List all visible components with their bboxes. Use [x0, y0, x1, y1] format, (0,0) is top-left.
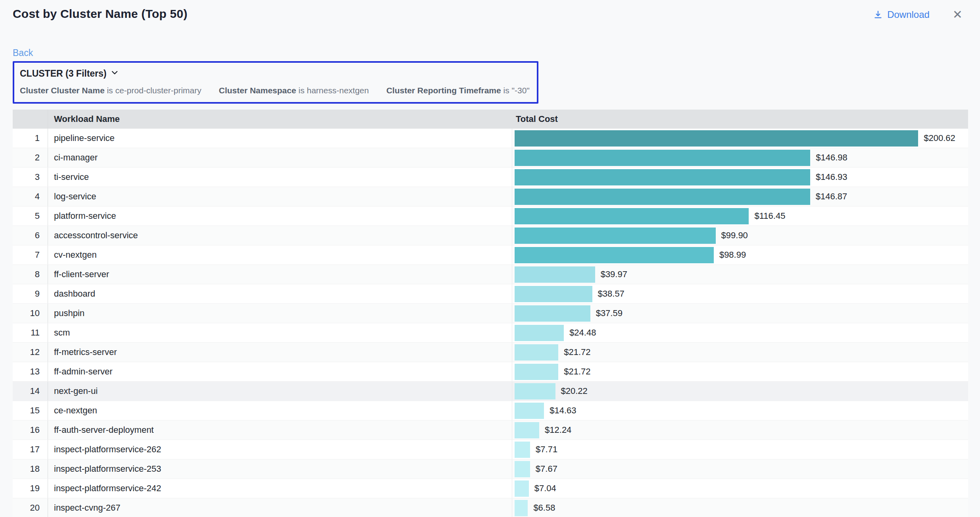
cost-value: $21.72 [564, 367, 590, 377]
row-total-cost-cell: $21.72 [512, 362, 968, 381]
row-workload-name: ti-service [48, 168, 512, 187]
table-row[interactable]: 10 pushpin $37.59 [13, 304, 968, 323]
filter-condition: is "-30" [503, 86, 530, 95]
row-workload-name: pushpin [48, 304, 512, 323]
filter-chip[interactable]: Cluster Namespace is harness-nextgen [219, 85, 369, 96]
row-workload-name: ci-manager [48, 148, 512, 167]
cost-bar [515, 383, 555, 399]
table-row[interactable]: 13 ff-admin-server $21.72 [13, 362, 968, 382]
filter-summary-label: CLUSTER (3 Filters) [20, 68, 107, 79]
cost-value: $20.22 [561, 386, 588, 396]
table-row[interactable]: 17 inspect-platformservice-262 $7.71 [13, 440, 968, 459]
table-row[interactable]: 3 ti-service $146.93 [13, 168, 968, 187]
table-row[interactable]: 15 ce-nextgen $14.63 [13, 401, 968, 421]
cost-value: $200.62 [924, 133, 955, 143]
cost-value: $116.45 [754, 211, 785, 221]
cost-table: Workload Name Total Cost 1 pipeline-serv… [13, 110, 968, 517]
row-total-cost-cell: $6.58 [512, 498, 968, 517]
row-total-cost-cell: $200.62 [512, 129, 968, 148]
row-workload-name: next-gen-ui [48, 382, 512, 401]
cost-bar [515, 461, 530, 477]
row-rank: 19 [13, 479, 48, 498]
cost-bar [515, 325, 564, 341]
cost-bar [515, 130, 918, 147]
cost-bar [515, 169, 810, 185]
cost-value: $12.24 [545, 425, 571, 435]
table-row[interactable]: 7 cv-nextgen $98.99 [13, 245, 968, 265]
table-row[interactable]: 19 inspect-platformservice-242 $7.04 [13, 479, 968, 498]
row-rank: 11 [13, 323, 48, 342]
cost-bar [515, 266, 595, 283]
row-rank: 5 [13, 206, 48, 226]
cost-bar [515, 305, 590, 322]
table-row[interactable]: 18 inspect-platformservice-253 $7.67 [13, 459, 968, 479]
row-workload-name: accesscontrol-service [48, 226, 512, 245]
row-rank: 20 [13, 498, 48, 517]
row-rank: 7 [13, 245, 48, 264]
header-actions: Download ✕ [873, 7, 968, 21]
row-workload-name: cv-nextgen [48, 245, 512, 264]
filter-summary-toggle[interactable]: CLUSTER (3 Filters) [20, 68, 530, 79]
row-rank: 17 [13, 440, 48, 459]
row-rank: 16 [13, 421, 48, 440]
row-rank: 18 [13, 459, 48, 478]
row-workload-name: inspect-platformservice-262 [48, 440, 512, 459]
cost-bar [515, 247, 714, 263]
cost-value: $24.48 [569, 328, 596, 338]
row-total-cost-cell: $7.04 [512, 479, 968, 498]
row-rank: 6 [13, 226, 48, 245]
cost-by-cluster-modal: Cost by Cluster Name (Top 50) Download ✕… [0, 0, 980, 517]
table-row[interactable]: 4 log-service $146.87 [13, 187, 968, 206]
filter-chip[interactable]: Cluster Cluster Name is ce-prod-cluster-… [20, 85, 201, 96]
table-row[interactable]: 16 ff-auth-server-deployment $12.24 [13, 421, 968, 440]
table-row[interactable]: 5 platform-service $116.45 [13, 206, 968, 226]
table-row[interactable]: 2 ci-manager $146.98 [13, 148, 968, 168]
table-row[interactable]: 8 ff-client-server $39.97 [13, 265, 968, 284]
table-row[interactable]: 11 scm $24.48 [13, 323, 968, 343]
cost-value: $146.87 [816, 191, 847, 202]
cost-value: $7.67 [536, 464, 557, 474]
row-workload-name: scm [48, 323, 512, 342]
cost-bar [515, 208, 749, 224]
table-row[interactable]: 12 ff-metrics-server $21.72 [13, 343, 968, 362]
table-header-row: Workload Name Total Cost [13, 110, 968, 129]
table-row[interactable]: 14 next-gen-ui $20.22 [13, 382, 968, 401]
table-row[interactable]: 20 inspect-cvng-267 $6.58 [13, 498, 968, 517]
filter-chip[interactable]: Cluster Reporting Timeframe is "-30" [386, 85, 530, 96]
download-button[interactable]: Download [873, 9, 930, 20]
cost-value: $99.90 [721, 230, 748, 241]
rank-column-header [13, 110, 48, 129]
row-total-cost-cell: $146.98 [512, 148, 968, 167]
row-total-cost-cell: $21.72 [512, 343, 968, 362]
row-workload-name: dashboard [48, 284, 512, 303]
row-total-cost-cell: $14.63 [512, 401, 968, 420]
row-total-cost-cell: $98.99 [512, 245, 968, 264]
cost-bar [515, 403, 544, 419]
row-total-cost-cell: $146.93 [512, 168, 968, 187]
close-icon[interactable]: ✕ [953, 9, 963, 21]
cost-value: $98.99 [719, 250, 746, 260]
cost-value: $14.63 [550, 405, 576, 416]
cost-bar [515, 150, 810, 166]
table-row[interactable]: 9 dashboard $38.57 [13, 284, 968, 304]
cost-bar [515, 286, 592, 302]
row-rank: 13 [13, 362, 48, 381]
filter-panel: CLUSTER (3 Filters) Cluster Cluster Name… [13, 61, 538, 104]
row-rank: 10 [13, 304, 48, 323]
back-link[interactable]: Back [13, 48, 33, 58]
table-row[interactable]: 6 accesscontrol-service $99.90 [13, 226, 968, 245]
row-rank: 9 [13, 284, 48, 303]
row-workload-name: ff-metrics-server [48, 343, 512, 362]
cost-value: $21.72 [564, 347, 590, 357]
filter-field-name: Cluster Cluster Name [20, 86, 105, 95]
row-total-cost-cell: $7.71 [512, 440, 968, 459]
row-workload-name: pipeline-service [48, 129, 512, 148]
table-row[interactable]: 1 pipeline-service $200.62 [13, 129, 968, 148]
download-icon [873, 10, 883, 20]
row-rank: 15 [13, 401, 48, 420]
cost-value: $6.58 [533, 503, 555, 513]
total-cost-column-header: Total Cost [512, 110, 968, 129]
cost-bar [515, 442, 530, 458]
cost-value: $38.57 [598, 289, 625, 299]
row-rank: 1 [13, 129, 48, 148]
